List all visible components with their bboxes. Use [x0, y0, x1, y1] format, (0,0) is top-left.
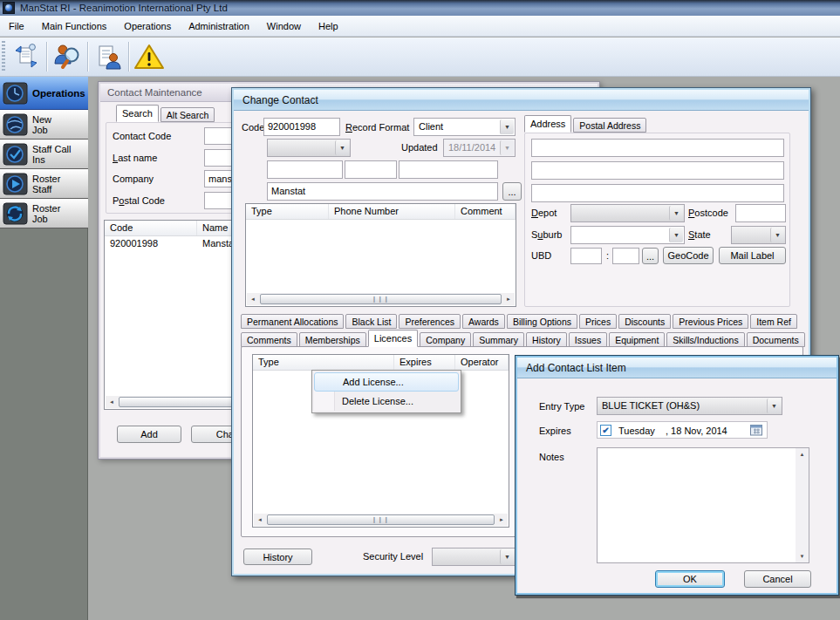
state-label: State [688, 229, 711, 240]
menu-administration[interactable]: Administration [180, 17, 258, 36]
scroll-right-arrow[interactable]: ► [495, 514, 508, 526]
tab-licences[interactable]: Licences [368, 330, 418, 347]
geocode-button[interactable]: GeoCode [663, 247, 714, 264]
h-scrollbar[interactable]: ◄ ❙❙❙ ► [254, 514, 508, 526]
tab-address[interactable]: Address [524, 115, 571, 133]
name-prefix-input[interactable] [267, 160, 343, 179]
scroll-up-arrow[interactable]: ▲ [796, 448, 809, 460]
menu-item-delete-license[interactable]: Delete License... [314, 392, 459, 411]
record-format-dropdown[interactable]: Client▼ [413, 118, 516, 136]
column-header-phone-number[interactable]: Phone Number [329, 204, 455, 219]
sync-contacts-button[interactable] [9, 40, 44, 73]
ubd-ref-input[interactable] [612, 248, 639, 264]
scroll-down-arrow[interactable]: ▼ [796, 550, 809, 562]
history-button[interactable]: History [243, 548, 312, 565]
mail-label-button[interactable]: Mail Label [719, 247, 786, 264]
menu-operations[interactable]: Operations [115, 17, 180, 36]
column-header-type[interactable]: Type [246, 204, 329, 219]
first-name-input[interactable] [399, 160, 498, 179]
address-line2-input[interactable] [531, 161, 784, 180]
tab-awards[interactable]: Awards [462, 314, 505, 329]
notes-textarea[interactable] [597, 447, 809, 563]
add-button[interactable]: Add [117, 426, 181, 443]
expires-date-picker[interactable]: ✔ Tuesday , 18 Nov, 2014 [597, 421, 768, 439]
contact-report-button[interactable] [91, 40, 126, 73]
column-header-code[interactable]: Code [105, 221, 197, 235]
sidebar-item-new-job[interactable]: New Job [0, 110, 88, 140]
last-name-label: Last name [113, 153, 157, 163]
sidebar-item-staff-call-ins[interactable]: Staff Call Ins [0, 140, 88, 169]
menu-help[interactable]: Help [310, 17, 347, 36]
calendar-icon[interactable] [750, 424, 763, 436]
menu-main-functions[interactable]: Main Functions [33, 17, 116, 36]
main-titlebar[interactable]: ManStat RI - Reanimotion International P… [0, 0, 840, 16]
tab-black-list[interactable]: Black List [345, 314, 397, 329]
sidebar-header-operations[interactable]: Operations [0, 77, 88, 110]
ok-button[interactable]: OK [655, 570, 725, 588]
tab-equipment[interactable]: Equipment [609, 332, 665, 347]
depot-dropdown[interactable]: ▼ [570, 204, 685, 222]
code-input[interactable]: 920001998 [263, 118, 340, 136]
company-name-input[interactable]: Manstat [267, 182, 498, 201]
expires-checkbox[interactable]: ✔ [600, 425, 611, 436]
address-line3-input[interactable] [531, 184, 784, 202]
scroll-thumb[interactable]: ❙❙❙ [267, 514, 495, 525]
company-lookup-button[interactable]: ... [502, 182, 522, 201]
tab-history[interactable]: History [526, 332, 567, 347]
tab-previous-prices[interactable]: Previous Prices [673, 314, 748, 329]
tab-item-ref[interactable]: Item Ref [750, 314, 797, 329]
scroll-left-arrow[interactable]: ◄ [106, 396, 118, 408]
alerts-button[interactable] [132, 40, 167, 73]
menu-window[interactable]: Window [258, 17, 310, 36]
initials-input[interactable] [345, 160, 397, 179]
tab-preferences[interactable]: Preferences [399, 314, 461, 329]
menu-file[interactable]: File [0, 17, 33, 36]
change-contact-titlebar[interactable]: Change Contact [234, 90, 809, 111]
tab-billing-options[interactable]: Billing Options [507, 314, 577, 329]
column-header-type[interactable]: Type [253, 355, 394, 370]
scroll-right-arrow[interactable]: ► [502, 293, 515, 305]
postcode-input[interactable] [735, 204, 786, 222]
sidebar-item-roster-job[interactable]: Roster Job [0, 199, 88, 228]
tab-search[interactable]: Search [116, 105, 159, 122]
suburb-dropdown[interactable]: ▼ [570, 226, 685, 244]
tab-discounts[interactable]: Discounts [618, 314, 671, 329]
contact-code-label: Contact Code [113, 131, 171, 141]
h-scrollbar[interactable]: ◄ ❙❙❙ ► [247, 293, 515, 305]
state-dropdown[interactable]: ▼ [731, 226, 786, 244]
sidebar-item-roster-staff[interactable]: Roster Staff [0, 169, 88, 199]
scroll-left-arrow[interactable]: ◄ [254, 514, 266, 526]
scroll-thumb[interactable]: ❙❙❙ [260, 294, 502, 304]
tab-company[interactable]: Company [420, 332, 471, 347]
column-header-expires[interactable]: Expires [394, 355, 455, 370]
menu-item-add-license[interactable]: Add License... [314, 372, 459, 392]
tab-comments[interactable]: Comments [241, 332, 297, 347]
tab-prices[interactable]: Prices [579, 314, 617, 329]
dialog-title: Add Contact List Item [526, 362, 626, 374]
tab-memberships[interactable]: Memberships [299, 332, 366, 347]
tab-summary[interactable]: Summary [473, 332, 524, 347]
ubd-label: UBD [531, 250, 551, 261]
tab-skills-inductions[interactable]: Skills/Inductions [666, 332, 744, 347]
ubd-lookup-button[interactable]: ... [642, 248, 659, 264]
column-header-operator[interactable]: Operator [455, 355, 509, 370]
tab-postal-address[interactable]: Postal Address [573, 118, 646, 133]
find-contact-button[interactable] [50, 40, 85, 73]
main-window-title: ManStat RI - Reanimotion International P… [20, 3, 228, 13]
v-scrollbar[interactable]: ▲ ▼ [796, 448, 809, 562]
contact-type-dropdown[interactable]: ▼ [267, 139, 351, 157]
scroll-left-arrow[interactable]: ◄ [247, 293, 259, 305]
tab-documents[interactable]: Documents [747, 332, 805, 347]
toolbar-drag-handle[interactable] [2, 41, 5, 72]
add-contact-list-item-titlebar[interactable]: Add Contact List Item [517, 358, 837, 378]
tab-issues[interactable]: Issues [569, 332, 607, 347]
entry-type-dropdown[interactable]: BLUE TICKET (OH&S)▼ [597, 397, 782, 415]
cancel-button[interactable]: Cancel [744, 570, 811, 588]
tab-permanent-allocations[interactable]: Permanent Allocations [241, 314, 344, 329]
tab-alt-search[interactable]: Alt Search [160, 107, 215, 122]
column-header-comment[interactable]: Comment [455, 204, 516, 219]
ubd-map-input[interactable] [570, 248, 602, 264]
security-level-dropdown[interactable]: ▼ [432, 548, 516, 566]
sidebar-header-label: Operations [32, 88, 85, 99]
address-line1-input[interactable] [531, 139, 784, 157]
